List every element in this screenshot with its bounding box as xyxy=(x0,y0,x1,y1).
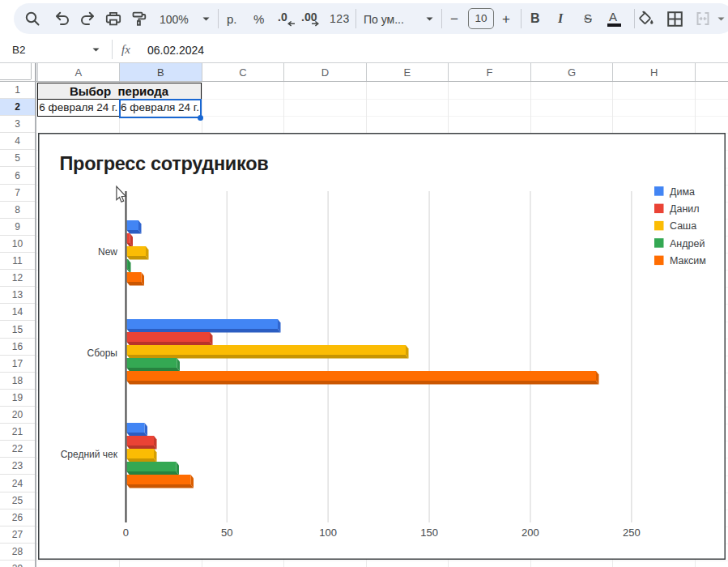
svg-text:Андрей: Андрей xyxy=(670,238,705,249)
svg-text:100: 100 xyxy=(319,526,337,539)
svg-text:200: 200 xyxy=(522,526,539,539)
svg-text:Сборы: Сборы xyxy=(87,347,117,359)
svg-text:Данил: Данил xyxy=(670,203,700,215)
svg-text:Максим: Максим xyxy=(670,255,706,266)
svg-text:150: 150 xyxy=(420,526,438,539)
svg-text:Саша: Саша xyxy=(670,220,696,232)
svg-text:Средний чек: Средний чек xyxy=(61,449,118,460)
svg-text:Прогресс сотрудников: Прогресс сотрудников xyxy=(60,153,269,174)
svg-text:250: 250 xyxy=(623,526,641,539)
svg-text:Дима: Дима xyxy=(670,186,695,198)
svg-text:New: New xyxy=(98,246,117,258)
svg-text:50: 50 xyxy=(221,526,232,539)
svg-text:0: 0 xyxy=(123,526,129,539)
